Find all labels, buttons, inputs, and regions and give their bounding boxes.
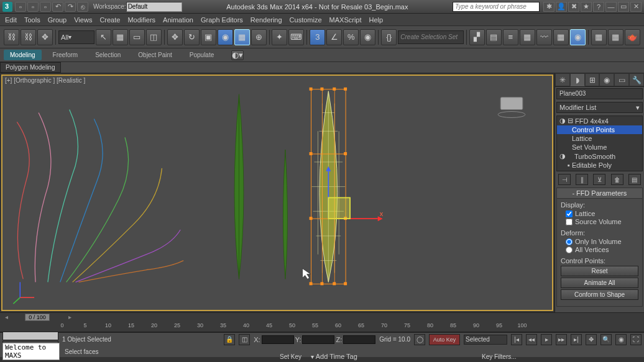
viewport[interactable]: [+] [Orthographic ] [Realistic ] [1, 75, 553, 311]
tab-freeform[interactable]: Freeform [47, 50, 85, 60]
qat-new-icon[interactable]: ▫ [15, 2, 26, 12]
menu-views[interactable]: Views [74, 16, 92, 24]
reset-button[interactable]: Reset [561, 266, 638, 276]
keymode-icon[interactable]: ⌨ [288, 29, 304, 45]
center-icon[interactable]: ⊕ [251, 29, 267, 45]
stack-editable-poly[interactable]: ▪Editable Poly [557, 161, 642, 170]
modifier-list-dropdown[interactable]: Modifier List▾ [556, 102, 643, 113]
keymode-dropdown[interactable]: Selected [464, 335, 507, 345]
cp-hierarchy-icon[interactable]: ⊞ [585, 73, 600, 86]
next-frame-icon[interactable]: ▸▸ [556, 334, 567, 345]
rollout-header[interactable]: - FFD Parameters [557, 188, 642, 199]
lightbulb-icon[interactable]: ◑ [559, 152, 566, 160]
autokey-button[interactable]: Auto Key [429, 334, 460, 345]
maximize-button[interactable]: ▭ [618, 2, 629, 12]
tab-selection[interactable]: Selection [89, 50, 127, 60]
menu-create[interactable]: Create [99, 16, 120, 24]
manip-icon[interactable]: ✦ [272, 29, 287, 45]
timeline-next-icon[interactable]: ▸ [68, 314, 71, 320]
menu-grapheditors[interactable]: Graph Editors [201, 16, 243, 24]
qat-open-icon[interactable]: ▫ [27, 2, 39, 12]
workspace-select[interactable] [126, 2, 182, 12]
help-search-input[interactable] [453, 2, 540, 12]
y-input[interactable] [302, 335, 334, 344]
cp-modify-icon[interactable]: ◗ [570, 73, 585, 86]
unique-icon[interactable]: ⊻ [593, 174, 605, 185]
tab-modeling[interactable]: Modeling [4, 50, 42, 60]
tab-populate[interactable]: Populate [183, 50, 220, 60]
menu-group[interactable]: Group [48, 16, 67, 24]
lattice-checkbox[interactable]: Lattice [561, 210, 638, 217]
select-rect-icon[interactable]: ▭ [129, 29, 145, 45]
stack-turbosmooth[interactable]: ◑TurboSmooth [557, 152, 642, 161]
selection-set-input[interactable]: Create Selection Set [398, 30, 464, 44]
nav-max-icon[interactable]: ⛶ [630, 334, 642, 345]
iso-icon[interactable]: ◫ [239, 334, 250, 345]
close-button[interactable]: ✕ [630, 2, 642, 12]
editnamed-icon[interactable]: {} [381, 29, 397, 45]
render-setup-icon[interactable]: ▦ [591, 29, 607, 45]
lock-icon[interactable]: 🔒 [224, 334, 235, 345]
curve-editor-icon[interactable]: 〰 [536, 29, 552, 45]
time-ruler[interactable]: 0510152025303540455055606570758085909510… [0, 321, 644, 332]
mirror-icon[interactable]: ▞ [469, 29, 485, 45]
nav-orbit-icon[interactable]: ◉ [615, 334, 627, 345]
pin-stack-icon[interactable]: ⊣ [558, 174, 571, 185]
layers-icon[interactable]: ≡ [503, 29, 518, 45]
cp-display-icon[interactable]: ▭ [614, 73, 629, 86]
stack-set-volume[interactable]: Set Volume [557, 143, 642, 152]
spinner-snap-icon[interactable]: ◉ [360, 29, 375, 45]
rotate-icon[interactable]: ↻ [184, 29, 200, 45]
source-volume-checkbox[interactable]: Source Volume [561, 218, 638, 225]
signin-icon[interactable]: 👤 [556, 2, 567, 12]
show-end-icon[interactable]: ∥ [576, 174, 588, 185]
viewport-label[interactable]: [+] [Orthographic ] [Realistic ] [5, 77, 85, 84]
stack-lattice[interactable]: Lattice [557, 134, 642, 143]
cp-create-icon[interactable]: ✳ [555, 73, 570, 86]
render-icon[interactable]: 🫖 [625, 29, 640, 45]
animate-all-button[interactable]: Animate All [561, 278, 638, 288]
menu-modifiers[interactable]: Modifiers [127, 16, 155, 24]
stack-ffd[interactable]: ◑⊟FFD 4x4x4 [557, 116, 642, 125]
object-name-field[interactable]: Plane003 [556, 88, 643, 99]
menu-help[interactable]: Help [369, 16, 384, 24]
scale-icon[interactable]: ▣ [201, 29, 216, 45]
refcoord-icon[interactable]: ▦ [234, 29, 250, 45]
goto-start-icon[interactable]: |◂ [511, 334, 522, 345]
modifier-stack[interactable]: ◑⊟FFD 4x4x4 Control Points Lattice Set V… [556, 115, 643, 171]
qat-redo-icon[interactable]: ↷ [65, 2, 76, 12]
lightbulb-icon[interactable]: ◑ [559, 117, 566, 125]
prev-frame-icon[interactable]: ◂◂ [526, 334, 537, 345]
menu-tools[interactable]: Tools [24, 16, 40, 24]
maxscript-listener[interactable]: Welcome to MAXS [2, 343, 60, 360]
unlink-icon[interactable]: ⛓ [21, 29, 36, 45]
stack-control-points[interactable]: Control Points [557, 125, 642, 134]
schematic-icon[interactable]: ▦ [553, 29, 569, 45]
snap-toggle-icon[interactable]: 3 [310, 29, 325, 45]
z-input[interactable] [343, 335, 375, 344]
ribbon-pin-icon[interactable]: ◐▾ [231, 50, 244, 60]
configure-icon[interactable]: ▤ [628, 174, 641, 185]
selection-filter[interactable]: All ▾ [58, 30, 94, 44]
favorite-icon[interactable]: ★ [581, 2, 592, 12]
menu-animation[interactable]: Animation [163, 16, 193, 24]
comm-icon[interactable]: ◯ [414, 334, 425, 345]
menu-edit[interactable]: Edit [5, 16, 17, 24]
time-slider-thumb[interactable]: 0 / 100 [25, 314, 50, 321]
all-vertices-radio[interactable]: All Vertices [561, 246, 638, 253]
remove-mod-icon[interactable]: 🗑 [611, 174, 623, 185]
minimize-button[interactable]: — [605, 2, 617, 12]
help-icon[interactable]: ? [593, 2, 604, 12]
exchange-icon[interactable]: ✖ [568, 2, 579, 12]
play-icon[interactable]: ▸ [541, 334, 552, 345]
layer-explorer-icon[interactable]: ▦ [520, 29, 535, 45]
time-slider[interactable]: ◂ 0 / 100 ▸ [0, 312, 644, 321]
percent-snap-icon[interactable]: % [343, 29, 359, 45]
menu-maxscript[interactable]: MAXScript [329, 16, 362, 24]
align-icon[interactable]: ▤ [486, 29, 502, 45]
select-icon[interactable]: ↖ [96, 29, 111, 45]
conform-button[interactable]: Conform to Shape [561, 289, 638, 300]
qat-undo-icon[interactable]: ↶ [52, 2, 63, 12]
infocenter-icon[interactable]: ✱ [543, 2, 554, 12]
menu-customize[interactable]: Customize [290, 16, 322, 24]
